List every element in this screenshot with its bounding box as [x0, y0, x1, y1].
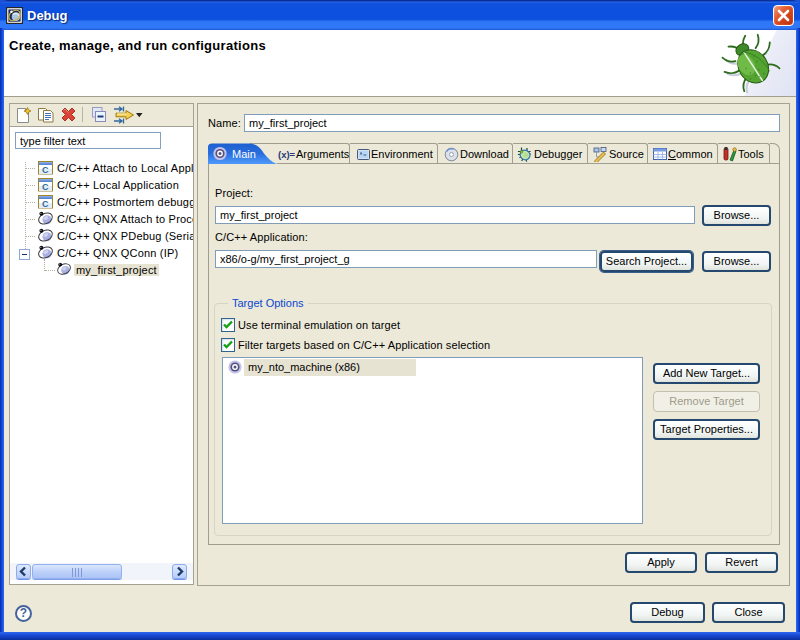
svg-text:(x)=: (x)=: [278, 149, 295, 160]
svg-text:C: C: [42, 182, 49, 192]
svg-text:Main: Main: [232, 148, 256, 160]
svg-text:C: C: [42, 165, 49, 175]
svg-text:C: C: [42, 199, 49, 209]
